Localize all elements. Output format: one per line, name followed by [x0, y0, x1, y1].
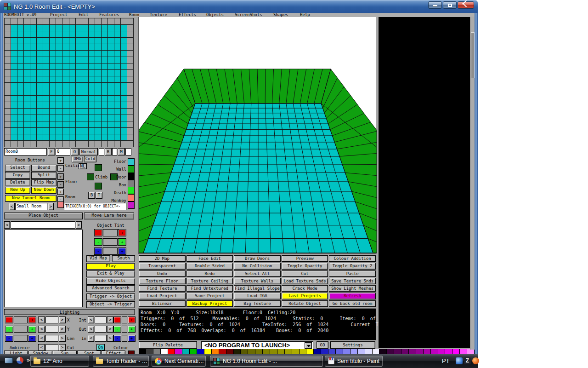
map-cell[interactable] — [82, 24, 88, 31]
map-cell[interactable] — [4, 37, 11, 44]
grid-button-last-projects[interactable]: Last Projects — [282, 293, 328, 299]
light-len-next[interactable]: > — [59, 335, 66, 342]
map-cell[interactable] — [62, 127, 68, 134]
v2d-map-button[interactable]: V2d Map — [86, 255, 110, 262]
map-cell[interactable] — [95, 127, 101, 134]
map-cell[interactable] — [56, 63, 62, 69]
map-cell[interactable] — [43, 115, 49, 121]
map-cell[interactable] — [4, 127, 11, 134]
map-cell[interactable] — [62, 63, 68, 69]
menu-item-shapes[interactable]: Shapes — [273, 13, 288, 17]
map-cell[interactable] — [4, 18, 11, 24]
map-cell[interactable] — [69, 63, 75, 69]
grid-button-preview[interactable]: Preview — [282, 255, 328, 262]
ambience-minus-1[interactable]: - — [5, 326, 13, 333]
grid-button-load-texture-snds[interactable]: Load Texture Snds — [282, 278, 328, 284]
palette-swatch[interactable] — [358, 349, 365, 354]
map-cell[interactable] — [114, 31, 120, 37]
map-cell[interactable] — [4, 57, 11, 63]
map-cell[interactable] — [101, 31, 107, 37]
messenger-tray-icon[interactable] — [456, 357, 463, 364]
map-cell[interactable] — [82, 102, 88, 108]
map-cell[interactable] — [69, 76, 75, 82]
map-cell[interactable] — [30, 50, 36, 57]
map-cell[interactable] — [11, 18, 17, 24]
map-cell[interactable] — [101, 140, 107, 147]
map-cell[interactable] — [127, 44, 133, 50]
tint-minus-0[interactable]: - — [94, 229, 102, 236]
grid-button-redo[interactable]: Redo — [187, 270, 233, 277]
map-cell[interactable] — [36, 95, 43, 102]
menu-item-screenshots[interactable]: ScreenShots — [235, 13, 262, 17]
map-cell[interactable] — [36, 115, 43, 121]
map-cell[interactable] — [82, 50, 88, 57]
grid-button-2d-map[interactable]: 2D Map — [139, 255, 186, 262]
map-cell[interactable] — [88, 31, 95, 37]
map-cell[interactable] — [23, 37, 30, 44]
map-cell[interactable] — [75, 31, 82, 37]
map-cell[interactable] — [75, 140, 82, 147]
palette-swatch[interactable] — [321, 349, 328, 354]
tint-plus-1[interactable]: + — [118, 238, 126, 246]
palette-swatch[interactable] — [409, 349, 416, 354]
map-cell[interactable] — [17, 69, 23, 76]
map-cell[interactable] — [23, 57, 30, 63]
floor-plus-button[interactable]: + — [57, 173, 64, 180]
map-cell[interactable] — [36, 18, 43, 24]
o-button[interactable]: O — [71, 148, 79, 155]
map-cell[interactable] — [82, 89, 88, 95]
map-cell[interactable] — [120, 24, 127, 31]
map-cell[interactable] — [82, 134, 88, 140]
map-cell[interactable] — [88, 76, 95, 82]
map-cell[interactable] — [17, 24, 23, 31]
map-cell[interactable] — [62, 108, 68, 115]
map-cell[interactable] — [69, 140, 75, 147]
map-cell[interactable] — [69, 102, 75, 108]
map-cell[interactable] — [75, 50, 82, 57]
palette-swatch[interactable] — [139, 349, 146, 354]
map-cell[interactable] — [120, 76, 127, 82]
light-cut-next[interactable]: > — [59, 344, 66, 351]
grid-button-find-texture[interactable]: Find Texture — [139, 285, 186, 292]
map-cell[interactable] — [69, 44, 75, 50]
cold-button[interactable]: Cold — [84, 156, 96, 162]
map-cell[interactable] — [11, 69, 17, 76]
taskbar-button-next-generation-lev-[interactable]: Next Generation Lev... — [152, 356, 206, 367]
map-cell[interactable] — [11, 89, 17, 95]
grid-button-transparent[interactable]: Transparent — [139, 263, 186, 269]
quick-launch-icon[interactable] — [17, 357, 23, 364]
map-cell[interactable] — [62, 115, 68, 121]
map-cell[interactable] — [69, 24, 75, 31]
map-cell[interactable] — [120, 134, 127, 140]
map-cell[interactable] — [4, 31, 11, 37]
map-cell[interactable] — [23, 31, 30, 37]
map-cell[interactable] — [17, 50, 23, 57]
map-cell[interactable] — [17, 115, 23, 121]
map-cell[interactable] — [43, 127, 49, 134]
map-cell[interactable] — [23, 24, 30, 31]
map-cell[interactable] — [101, 95, 107, 102]
map-cell[interactable] — [75, 82, 82, 89]
palette-swatch[interactable] — [373, 349, 380, 354]
map-cell[interactable] — [36, 63, 43, 69]
map-cell[interactable] — [30, 127, 36, 134]
map-cell[interactable] — [75, 24, 82, 31]
map-cell[interactable] — [43, 140, 49, 147]
palette-swatch[interactable] — [270, 349, 277, 354]
play-button[interactable]: Play — [86, 263, 135, 270]
map-cell[interactable] — [11, 24, 17, 31]
map-cell[interactable] — [101, 82, 107, 89]
map-cell[interactable] — [127, 31, 133, 37]
map-cell[interactable] — [95, 121, 101, 127]
grid-button-texture-walls[interactable]: Texture Walls — [234, 278, 281, 284]
map-cell[interactable] — [82, 82, 88, 89]
ambience-plus-0[interactable]: + — [28, 316, 36, 323]
map-cell[interactable] — [43, 69, 49, 76]
palette-swatch[interactable] — [401, 349, 409, 354]
map-cell[interactable] — [23, 76, 30, 82]
map-cell[interactable] — [36, 121, 43, 127]
map-cell[interactable] — [101, 37, 107, 44]
map-cell[interactable] — [75, 89, 82, 95]
map-cell[interactable] — [43, 95, 49, 102]
map-cell[interactable] — [114, 140, 120, 147]
